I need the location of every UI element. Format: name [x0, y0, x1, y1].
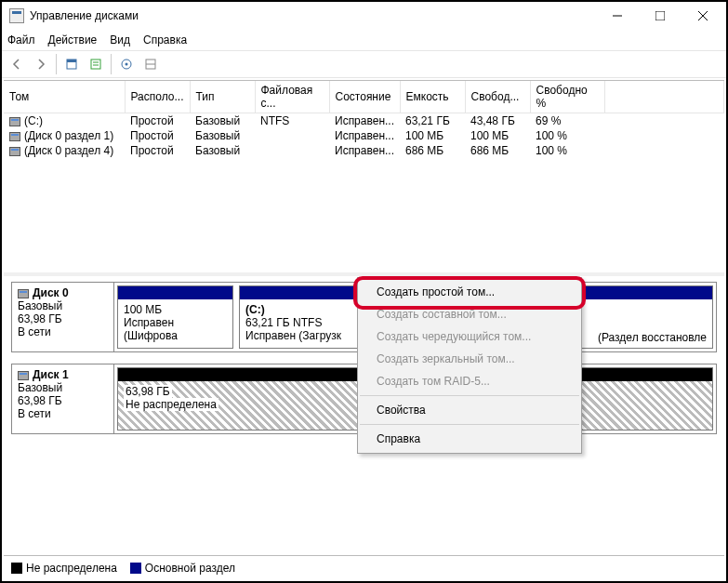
ctx-create-mirrored-volume: Создать зеркальный том... — [358, 348, 581, 370]
toolbar-btn-4[interactable] — [139, 53, 162, 75]
disk-icon — [18, 289, 29, 298]
nav-forward-button[interactable] — [30, 53, 52, 75]
col-free[interactable]: Свобод... — [465, 81, 530, 113]
toolbar — [2, 50, 726, 78]
disk0-partition-1[interactable]: 100 МБ Исправен (Шифрова — [117, 285, 233, 349]
menu-help[interactable]: Справка — [143, 33, 187, 46]
minimize-button[interactable] — [596, 2, 639, 30]
ctx-properties[interactable]: Свойства — [358, 399, 581, 421]
disk0-partition-c[interactable]: (C:) 63,21 ГБ NTFS Исправен (Загрузк — [239, 285, 360, 349]
ctx-create-spanned-volume: Создать составной том... — [358, 303, 581, 325]
close-button[interactable] — [682, 2, 724, 30]
titlebar: Управление дисками — [2, 2, 726, 30]
legend: Не распределена Основной раздел — [4, 555, 724, 579]
col-capacity[interactable]: Емкость — [400, 81, 465, 113]
col-volume[interactable]: Том — [4, 81, 125, 113]
table-row[interactable]: (C:)ПростойБазовыйNTFSИсправен...63,21 Г… — [4, 113, 724, 129]
volume-icon — [9, 132, 20, 141]
maximize-button[interactable] — [639, 2, 682, 30]
legend-primary: Основной раздел — [130, 562, 235, 575]
context-menu: Создать простой том... Создать составной… — [357, 277, 582, 454]
toolbar-btn-3[interactable] — [115, 53, 138, 75]
disk-0-header[interactable]: Диск 0 Базовый 63,98 ГБ В сети — [12, 283, 114, 351]
svg-point-10 — [126, 63, 128, 66]
toolbar-btn-2[interactable] — [85, 53, 107, 75]
col-status[interactable]: Состояние — [329, 81, 400, 113]
menu-action[interactable]: Действие — [48, 33, 98, 46]
menubar: Файл Действие Вид Справка — [2, 30, 726, 50]
menu-file[interactable]: Файл — [7, 33, 35, 46]
menu-view[interactable]: Вид — [110, 33, 130, 46]
app-icon — [9, 8, 24, 23]
col-type[interactable]: Тип — [190, 81, 255, 113]
volume-icon — [9, 117, 20, 126]
table-row[interactable]: (Диск 0 раздел 4)ПростойБазовыйИсправен.… — [4, 143, 724, 158]
volume-list-pane: Том Располо... Тип Файловая с... Состоян… — [4, 81, 724, 276]
col-layout[interactable]: Располо... — [125, 81, 190, 113]
col-freepct[interactable]: Свободно % — [530, 81, 604, 113]
window-title: Управление дисками — [30, 9, 596, 22]
col-fs[interactable]: Файловая с... — [255, 81, 329, 113]
volume-table[interactable]: Том Располо... Тип Файловая с... Состоян… — [4, 81, 724, 158]
svg-rect-5 — [67, 60, 76, 62]
volume-icon — [9, 147, 20, 156]
toolbar-btn-1[interactable] — [60, 53, 83, 75]
disk-icon — [18, 371, 29, 380]
disk-1-header[interactable]: Диск 1 Базовый 63,98 ГБ В сети — [12, 364, 114, 433]
nav-back-button[interactable] — [6, 53, 28, 75]
svg-rect-6 — [91, 60, 100, 69]
table-row[interactable]: (Диск 0 раздел 1)ПростойБазовыйИсправен.… — [4, 128, 724, 143]
ctx-help[interactable]: Справка — [358, 428, 581, 450]
svg-rect-1 — [655, 11, 665, 20]
legend-unallocated: Не распределена — [11, 562, 117, 575]
ctx-create-striped-volume: Создать чередующийся том... — [358, 325, 581, 348]
ctx-create-simple-volume[interactable]: Создать простой том... — [358, 281, 581, 303]
ctx-create-raid5-volume: Создать том RAID-5... — [358, 370, 581, 392]
